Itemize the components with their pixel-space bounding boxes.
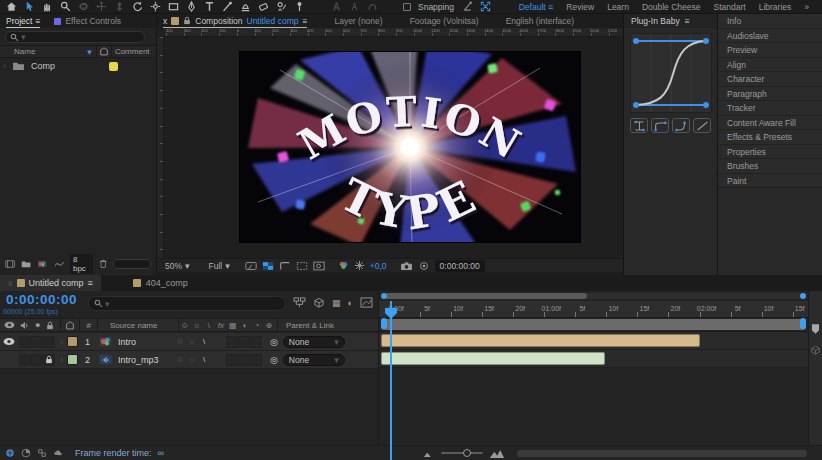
snap-angle-icon[interactable] (461, 1, 474, 13)
workspace-default[interactable]: Default ≡ (519, 2, 554, 12)
label-tag-icon[interactable] (99, 47, 109, 56)
close-icon[interactable]: x (163, 16, 167, 26)
type-tool-icon[interactable] (203, 1, 216, 13)
eraser-tool-icon[interactable] (257, 1, 270, 13)
lock-toggle[interactable] (43, 354, 55, 366)
fx-toggle[interactable] (226, 354, 238, 366)
scroll-start-handle[interactable] (381, 293, 387, 299)
panel-tab-character[interactable]: Character (718, 72, 822, 87)
audio-toggle[interactable] (19, 336, 31, 348)
tab-english-interface[interactable]: English (interface) (506, 16, 575, 26)
selection-tool-icon[interactable] (23, 1, 36, 13)
panel-tab-tracker[interactable]: Tracker (718, 101, 822, 116)
timeline-search-input[interactable]: ▾ (88, 296, 286, 311)
panel-menu-icon[interactable]: ≡ (302, 16, 307, 26)
easy-ease-button[interactable] (630, 118, 648, 133)
trash-icon[interactable] (99, 258, 108, 269)
magnification-dropdown[interactable]: 50%▾ (165, 261, 190, 271)
import-footage-icon[interactable] (5, 259, 15, 269)
panel-tab-content-aware-fill[interactable]: Content Aware Fill (718, 116, 822, 131)
layer-row-intro[interactable]: › 1 Intro ☺ ☼ \ ◎ None▾ (0, 333, 378, 351)
frame-blending-icon[interactable]: ▦ (332, 298, 341, 308)
mini-flowchart-icon[interactable] (293, 297, 306, 308)
timeline-ruler[interactable]: 0:00f5f10f15f20f01:00f5f10f15f20f02:00f5… (379, 301, 808, 318)
pan-behind-tool-icon[interactable] (149, 1, 162, 13)
panel-tab-paragraph[interactable]: Paragraph (718, 87, 822, 102)
parent-dropdown[interactable]: None▾ (283, 336, 345, 348)
panel-menu-icon[interactable]: ≡ (35, 16, 40, 26)
work-area-end-handle[interactable] (800, 318, 806, 329)
color-depth-button[interactable]: 8 bpc (70, 254, 93, 274)
panel-tab-effects-presets[interactable]: Effects & Presets (718, 130, 822, 145)
new-folder-icon[interactable] (21, 259, 31, 269)
frame-blend-toggle[interactable] (238, 354, 250, 366)
brush-tool-icon[interactable] (221, 1, 234, 13)
frame-blend-toggle[interactable] (238, 336, 250, 348)
layer-name[interactable]: Intro_mp3 (118, 355, 174, 365)
plugin-panel-header[interactable]: Plug-In Baby ≡ (624, 14, 717, 28)
workspace-standart[interactable]: Standart (714, 2, 746, 12)
draft-3d-icon[interactable] (313, 297, 325, 308)
track-row-intro-mp3[interactable] (379, 350, 808, 368)
workspace-review[interactable]: Review (566, 2, 594, 12)
timeline-horizontal-scrollbar[interactable] (379, 291, 808, 301)
new-composition-icon[interactable] (37, 259, 47, 269)
dolly-camera-tool-icon[interactable] (113, 1, 126, 13)
panel-menu-icon[interactable]: ≡ (88, 278, 93, 288)
workspace-menu-icon[interactable]: ≡ (548, 2, 553, 12)
zoom-slider-knob[interactable] (463, 449, 471, 457)
home-icon[interactable] (5, 1, 18, 13)
tab-effect-controls[interactable]: Effect Controls (54, 16, 121, 26)
active-comp-name[interactable]: Untitled comp (247, 16, 299, 26)
layer-name[interactable]: Intro (118, 337, 174, 347)
motion-blur-toggle[interactable] (250, 336, 262, 348)
shy-toggle[interactable]: ☺ (174, 337, 186, 346)
fx-toggle[interactable] (226, 336, 238, 348)
rectangle-tool-icon[interactable] (167, 1, 180, 13)
motion-blur-icon[interactable]: ◐ (348, 298, 353, 308)
search-options-icon[interactable]: ▾ (21, 32, 26, 42)
eye-visibility-icon[interactable] (3, 337, 15, 346)
clone-stamp-tool-icon[interactable] (239, 1, 252, 13)
collapse-toggle[interactable]: ☼ (186, 337, 198, 346)
timeline-tab-404-comp[interactable]: 404_comp (125, 278, 196, 288)
zoom-tool-icon[interactable] (59, 1, 72, 13)
collapse-toggle[interactable]: ☼ (186, 355, 198, 364)
layer-duration-bar[interactable] (381, 352, 605, 365)
source-name-column-header[interactable]: Source name (110, 321, 178, 330)
layer-color-swatch[interactable] (67, 336, 78, 347)
work-area-bar[interactable] (381, 319, 806, 330)
show-snapshot-icon[interactable] (418, 261, 430, 271)
audio-toggle[interactable] (19, 354, 31, 366)
expand-arrow-icon[interactable]: › (60, 355, 63, 365)
parent-link-column-header[interactable]: Parent & Link (286, 321, 334, 330)
snapshot-camera-icon[interactable] (400, 261, 413, 271)
layer-row-intro-mp3[interactable]: › 2 Intro_mp3 ☺ ☼ \ ◎ None▾ (0, 351, 378, 369)
panel-tab-info[interactable]: Info (718, 14, 822, 29)
motion-blur-toggle[interactable] (250, 354, 262, 366)
layer-duration-bar[interactable] (381, 334, 700, 347)
exposure-value[interactable]: +0,0 (370, 261, 387, 271)
panel-tab-preview[interactable]: Preview (718, 43, 822, 58)
cloud-status-icon[interactable] (53, 448, 63, 458)
layer-color-swatch[interactable] (67, 354, 78, 365)
linear-button[interactable] (693, 118, 711, 133)
viewer-timecode[interactable]: 0:00:00:00 (435, 260, 485, 272)
panel-tab-audioslave[interactable]: Audioslave (718, 29, 822, 44)
timeline-tab-untitled-comp[interactable]: x Untitled comp ≡ (0, 275, 101, 291)
timeline-zoom-slider[interactable] (441, 452, 483, 454)
graph-editor-icon[interactable] (360, 297, 373, 308)
tab-footage[interactable]: Footage (Volnitsa) (410, 16, 479, 26)
ease-out-button[interactable] (651, 118, 669, 133)
panel-menu-icon[interactable]: ≡ (685, 16, 690, 26)
puppet-pin-tool-icon[interactable] (293, 1, 306, 13)
expand-arrows-icon[interactable] (479, 1, 492, 13)
project-settings-icon[interactable] (54, 259, 64, 269)
roto-brush-tool-icon[interactable] (275, 1, 288, 13)
workspace-learn[interactable]: Learn (607, 2, 629, 12)
orbit-camera-tool-icon[interactable] (77, 1, 90, 13)
project-search-input[interactable]: ▾ (5, 31, 145, 43)
resolution-dropdown[interactable]: Full▾ (209, 261, 230, 271)
column-comment[interactable]: Comment (115, 47, 150, 56)
zoom-in-mountains-icon[interactable] (489, 448, 505, 459)
